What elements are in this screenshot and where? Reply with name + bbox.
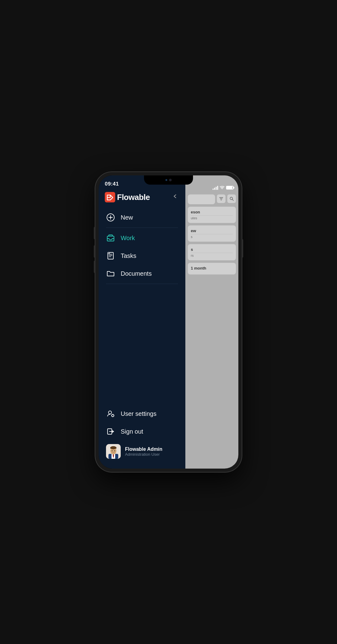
right-panel: eson utes ew s s rs 1 month (185, 175, 238, 469)
filter-icon-button[interactable] (217, 194, 225, 203)
logo-area: Flowable (99, 189, 185, 209)
avatar (106, 444, 121, 459)
menu-panel: 09:41 Flowable (99, 175, 185, 469)
list-divider (191, 215, 233, 216)
status-time: 09:41 (105, 181, 119, 187)
notch (144, 175, 193, 185)
list-item-1[interactable]: eson utes (188, 207, 236, 223)
right-filter-bar (188, 194, 236, 204)
inbox-icon (106, 233, 115, 243)
sign-out-icon (106, 427, 115, 436)
right-search-box (188, 194, 215, 204)
svg-point-27 (222, 189, 222, 189)
user-row: Flowable Admin Administration User (104, 440, 180, 462)
folder-icon (106, 269, 115, 278)
close-menu-button[interactable] (171, 192, 179, 202)
flowable-logo-icon (105, 192, 115, 202)
logo-container: Flowable (105, 192, 150, 202)
signal-icon (213, 186, 218, 190)
user-role: Administration User (125, 452, 162, 457)
svg-rect-9 (108, 252, 110, 254)
menu-item-user-settings-label: User settings (121, 410, 157, 417)
menu-spacer (104, 285, 180, 405)
menu-items-list: New Work (99, 209, 185, 440)
list-item-1-title: eson (191, 210, 233, 214)
svg-point-25 (112, 450, 113, 451)
menu-item-documents-label: Documents (121, 270, 152, 277)
menu-item-sign-out[interactable]: Sign out (104, 423, 180, 440)
logo-text: Flowable (117, 193, 150, 202)
user-info: Flowable Admin Administration User (125, 447, 162, 457)
wifi-icon (220, 185, 225, 190)
divider-2 (106, 284, 178, 284)
plus-circle-icon (106, 213, 115, 222)
menu-item-tasks[interactable]: Tasks (104, 247, 180, 265)
divider-1 (106, 228, 178, 228)
status-icons (213, 185, 233, 190)
svg-rect-24 (110, 447, 116, 449)
menu-item-user-settings[interactable]: User settings (104, 405, 180, 423)
list-item-1-sub: utes (191, 216, 233, 220)
list-item-2-sub: s (191, 235, 233, 239)
screen-content: 09:41 Flowable (99, 175, 238, 469)
svg-point-10 (108, 411, 112, 414)
svg-line-32 (232, 199, 233, 201)
user-name: Flowable Admin (125, 447, 162, 452)
notch-dot (165, 179, 167, 181)
list-item-3-sub: rs (191, 254, 233, 257)
user-settings-icon (106, 409, 115, 418)
list-item-4[interactable]: 1 month (188, 263, 236, 274)
menu-item-documents[interactable]: Documents (104, 265, 180, 282)
phone-frame: 09:41 Flowable (95, 172, 242, 472)
menu-item-new-label: New (121, 214, 133, 221)
list-divider-2 (191, 234, 233, 234)
phone-screen: 09:41 Flowable (99, 175, 238, 469)
search-icon-button[interactable] (227, 194, 236, 203)
menu-item-work[interactable]: Work (104, 229, 180, 247)
tasks-icon (106, 251, 115, 260)
list-item-2-title: ew (191, 228, 233, 233)
list-item-4-title: 1 month (191, 266, 233, 270)
camera-dot (169, 179, 172, 181)
menu-item-work-label: Work (121, 235, 135, 242)
list-item-3[interactable]: s rs (188, 244, 236, 260)
bottom-section: Flowable Admin Administration User (99, 440, 185, 469)
menu-item-sign-out-label: Sign out (121, 428, 143, 435)
list-item-3-title: s (191, 247, 233, 252)
battery-icon (226, 186, 233, 190)
right-status-bar (188, 178, 236, 192)
list-divider-3 (191, 253, 233, 253)
list-item-2[interactable]: ew s (188, 225, 236, 242)
svg-point-26 (114, 450, 115, 451)
menu-item-new[interactable]: New (104, 209, 180, 226)
menu-item-tasks-label: Tasks (121, 252, 136, 259)
